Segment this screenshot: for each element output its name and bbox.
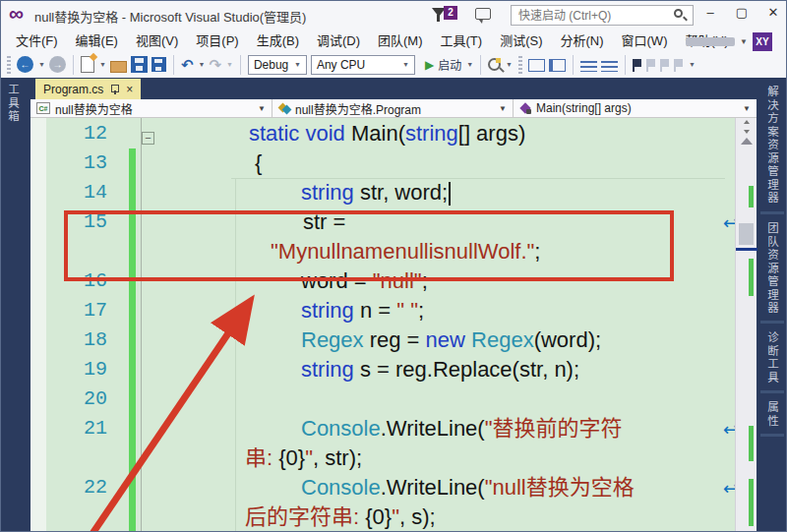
sidebar-tab-1[interactable]: 团队资源管理器 <box>760 216 784 325</box>
scroll-up-arrow-icon[interactable] <box>741 138 753 145</box>
feedback-icon[interactable] <box>475 8 491 20</box>
quick-launch-input[interactable] <box>511 5 694 26</box>
new-file-button[interactable] <box>81 56 94 73</box>
user-account-area[interactable]: ▼ XY <box>686 32 772 51</box>
prev-bookmark-icon[interactable] <box>646 59 656 71</box>
toggle-bookmark-icon[interactable] <box>633 59 642 71</box>
next-bookmark-icon[interactable] <box>660 59 670 71</box>
chevron-down-icon: ▼ <box>740 37 748 46</box>
minimize-button[interactable]: – <box>697 1 723 25</box>
code-row: 13{ <box>30 148 735 178</box>
save-all-button[interactable] <box>151 57 166 72</box>
uncomment-selection-icon[interactable] <box>549 59 566 72</box>
toolbar-grip[interactable] <box>7 56 11 74</box>
find-in-files-icon[interactable] <box>488 58 501 71</box>
document-tab-label: Program.cs <box>43 83 103 96</box>
scrollbar-thumb[interactable] <box>739 223 754 245</box>
navigate-back-button[interactable]: ← <box>17 56 33 73</box>
member-dropdown-label: Main(string[] args) <box>536 101 632 115</box>
save-button[interactable] <box>131 56 148 73</box>
undo-dropdown-icon[interactable]: ▼ <box>198 61 205 68</box>
start-debug-button[interactable]: 启动 <box>438 56 461 73</box>
visual-studio-logo-icon: ∞ <box>9 2 24 26</box>
line-number: 14 <box>30 178 107 207</box>
project-dropdown[interactable]: C# null替换为空格 ▼ <box>30 99 272 117</box>
member-dropdown[interactable]: Main(string[] args) ▼ <box>514 99 757 117</box>
code-row: 22Console.WriteLine("null替换为空格↩ <box>30 473 735 502</box>
code-editor[interactable]: − 12static void Main(string[] args)13{14… <box>30 118 735 532</box>
decrease-indent-icon[interactable] <box>580 61 597 72</box>
sidebar-tab-toolbox[interactable]: 工具箱 <box>1 78 25 130</box>
document-tab-program-cs[interactable]: Program.cs × <box>35 79 141 99</box>
new-file-dropdown-icon[interactable]: ▼ <box>99 61 106 68</box>
right-tool-panel: 解决方案资源管理器团队资源管理器诊断工具属性 <box>757 78 787 532</box>
menu-item-7[interactable]: 工具(T) <box>432 29 492 51</box>
solution-platforms-combo[interactable]: Any CPU▼ <box>311 55 415 75</box>
back-dropdown-icon[interactable]: ▼ <box>38 61 45 68</box>
editor-navigation-bar: C# null替换为空格 ▼ null替换为空格.Program ▼ Main(… <box>30 99 757 118</box>
window-title: null替换为空格 - Microsoft Visual Studio(管理员) <box>34 7 306 26</box>
code-row: 12static void Main(string[] args) <box>30 119 735 148</box>
sidebar-tab-3[interactable]: 属性 <box>760 395 784 437</box>
flag-stem <box>437 15 440 22</box>
toolbar-overflow-icon[interactable]: ▼ <box>506 61 513 68</box>
open-file-button[interactable] <box>110 61 127 73</box>
close-tab-icon[interactable]: × <box>126 84 133 95</box>
editor-scrollbar[interactable] <box>735 118 757 532</box>
undo-button[interactable]: ↶ <box>181 56 194 73</box>
change-mark <box>749 479 754 526</box>
splitter-handle-icon[interactable] <box>741 120 753 134</box>
start-dropdown-icon[interactable]: ▼ <box>466 61 473 68</box>
menu-item-6[interactable]: 团队(M) <box>369 29 432 51</box>
redo-dropdown-icon[interactable]: ▼ <box>226 61 233 68</box>
code-row: 串: {0}", str); <box>30 443 735 473</box>
code-row: 20 <box>30 384 735 414</box>
menu-item-5[interactable]: 调试(D) <box>308 29 369 51</box>
line-number: 17 <box>30 296 107 325</box>
code-row: 21Console.WriteLine("替换前的字符↩ <box>30 414 735 443</box>
line-number: 20 <box>30 384 107 414</box>
sidebar-tab-0[interactable]: 解决方案资源管理器 <box>760 80 784 214</box>
code-lines: 12static void Main(string[] args)13{14st… <box>30 118 735 532</box>
menu-item-10[interactable]: 窗口(W) <box>613 29 677 51</box>
word-wrap-indicator-icon: ↩ <box>723 415 735 444</box>
menu-bar: 文件(F)编辑(E)视图(V)项目(P)生成(B)调试(D)团队(M)工具(T)… <box>1 29 787 51</box>
change-mark <box>749 426 754 461</box>
code-row: 19string s = reg.Replace(str, n); <box>30 355 735 384</box>
word-wrap-indicator-icon: ↩ <box>723 474 735 503</box>
redo-button[interactable]: ↷ <box>209 56 221 73</box>
sidebar-tab-2[interactable]: 诊断工具 <box>760 325 784 393</box>
menu-item-8[interactable]: 测试(S) <box>491 29 551 51</box>
type-dropdown[interactable]: null替换为空格.Program ▼ <box>272 99 514 117</box>
menu-item-3[interactable]: 项目(P) <box>187 29 247 51</box>
maximize-button[interactable]: ▢ <box>729 1 755 25</box>
menu-item-2[interactable]: 视图(V) <box>127 29 187 51</box>
close-button[interactable]: ✕ <box>760 1 786 25</box>
toolbar-grip-2[interactable] <box>518 56 522 74</box>
clear-bookmarks-icon[interactable] <box>674 59 684 71</box>
notification-count-badge: 2 <box>444 6 457 20</box>
increase-indent-icon[interactable] <box>601 61 618 72</box>
csharp-project-icon: C# <box>36 102 50 114</box>
line-number: 13 <box>30 148 107 178</box>
toolbar-overflow2-icon[interactable]: ▼ <box>689 61 696 68</box>
start-debug-icon[interactable]: ▶ <box>425 58 434 72</box>
title-bar: ∞ null替换为空格 - Microsoft Visual Studio(管理… <box>1 1 787 29</box>
left-tool-panel: 工具箱 <box>1 78 30 532</box>
notifications-flag-icon[interactable]: 2 <box>432 6 457 24</box>
search-icon[interactable] <box>674 9 683 18</box>
menu-item-9[interactable]: 分析(N) <box>551 29 612 51</box>
change-mark <box>749 186 754 207</box>
navigate-forward-button[interactable]: → <box>49 56 66 73</box>
pin-tab-icon[interactable] <box>110 84 119 94</box>
type-dropdown-label: null替换为空格.Program <box>295 100 421 117</box>
menu-item-0[interactable]: 文件(F) <box>7 29 67 51</box>
solution-configurations-combo[interactable]: Debug▼ <box>248 55 307 75</box>
caret-position-mark <box>736 248 757 251</box>
menu-item-4[interactable]: 生成(B) <box>248 29 308 51</box>
menu-item-1[interactable]: 编辑(E) <box>67 29 127 51</box>
class-icon <box>278 102 290 114</box>
project-dropdown-label: null替换为空格 <box>55 100 133 117</box>
comment-selection-icon[interactable] <box>528 59 545 72</box>
vs-window: ∞ null替换为空格 - Microsoft Visual Studio(管理… <box>0 0 787 532</box>
